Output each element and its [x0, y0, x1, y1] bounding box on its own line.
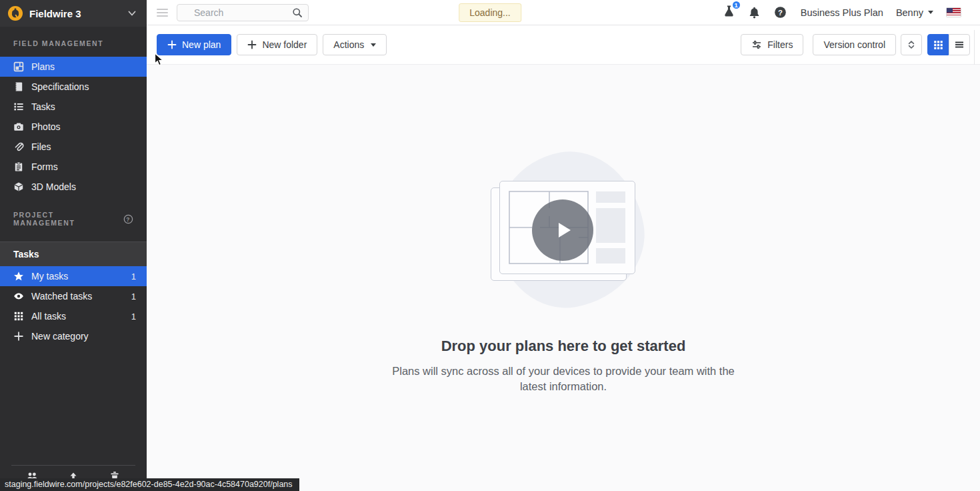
plans-empty-state: Drop your plans here to get started Plan…	[147, 65, 980, 491]
paperclip-icon	[13, 141, 24, 152]
experiments-button[interactable]: 1	[723, 5, 735, 20]
user-menu[interactable]: Benny	[896, 7, 933, 18]
sidebar-item-my-tasks[interactable]: My tasks 1	[0, 266, 147, 286]
new-plan-button[interactable]: New plan	[157, 34, 231, 55]
link-preview-statusbar: staging.fieldwire.com/projects/e82fe602-…	[0, 478, 299, 491]
main-area: Loading... 1	[147, 0, 980, 491]
sidebar-item-watched-tasks[interactable]: Watched tasks 1	[0, 286, 147, 306]
sidebar-item-label: My tasks	[31, 271, 68, 282]
sidebar-item-label: New category	[31, 331, 89, 342]
sidebar-item-photos[interactable]: Photos	[0, 117, 147, 137]
plan-badge: Business Plus Plan	[801, 7, 883, 18]
cube-icon	[13, 181, 24, 192]
menu-toggle-icon[interactable]	[157, 9, 168, 17]
fieldwire-app: Fieldwire 3 FIELD MANAGEMENT Plans	[0, 0, 980, 491]
project-name: Fieldwire 3	[29, 8, 127, 19]
plus-icon	[13, 331, 24, 342]
new-folder-button[interactable]: New folder	[237, 34, 317, 55]
sidebar-item-tasks[interactable]: Tasks	[0, 97, 147, 117]
sidebar-item-files[interactable]: Files	[0, 137, 147, 157]
help-icon[interactable]: ?	[774, 6, 787, 19]
plus-icon	[247, 40, 257, 49]
sidebar-item-3d-models[interactable]: 3D Models	[0, 177, 147, 197]
project-switcher[interactable]: Fieldwire 3	[0, 0, 147, 27]
search-icon[interactable]	[292, 7, 303, 18]
tasks-section-header: Tasks	[0, 241, 147, 266]
caret-down-icon	[928, 11, 933, 14]
empty-state-illustration	[483, 152, 643, 310]
project-management-heading: PROJECT MANAGEMENT ?	[0, 211, 147, 227]
grid-view-icon	[933, 40, 943, 50]
svg-text:?: ?	[778, 9, 783, 17]
empty-state-description: Plans will sync across all of your devic…	[389, 364, 739, 394]
sidebar-item-specifications[interactable]: Specifications	[0, 77, 147, 97]
filters-button[interactable]: Filters	[741, 34, 803, 55]
sidebar-item-label: Forms	[31, 161, 58, 172]
field-management-heading: FIELD MANAGEMENT	[0, 39, 147, 47]
actions-button[interactable]: Actions	[323, 34, 387, 55]
specifications-icon	[13, 81, 24, 92]
scrollbar-edge	[974, 30, 975, 65]
clipboard-icon	[13, 161, 24, 172]
topbar-right: 1 ? Business Plus Plan Benny	[723, 5, 980, 20]
search-input[interactable]	[177, 4, 309, 21]
sidebar-item-label: Tasks	[31, 101, 55, 112]
task-count-badge: 1	[131, 272, 136, 282]
plans-toolbar: New plan New folder Actions	[147, 25, 980, 65]
sidebar-item-label: Files	[31, 141, 51, 152]
task-count-badge: 1	[131, 312, 136, 322]
svg-text:?: ?	[126, 215, 131, 222]
sidebar-item-plans[interactable]: Plans	[0, 57, 147, 77]
language-flag-icon[interactable]	[947, 8, 961, 17]
plus-icon	[167, 40, 177, 49]
unfold-chevrons-icon	[906, 39, 917, 50]
search-box	[177, 4, 309, 21]
help-outline-icon[interactable]: ?	[123, 214, 133, 224]
sidebar-item-new-category[interactable]: New category	[0, 326, 147, 346]
sidebar-item-label: Plans	[31, 61, 55, 72]
sidebar-item-all-tasks[interactable]: All tasks 1	[0, 306, 147, 326]
sidebar-item-label: Specifications	[31, 81, 89, 92]
grid-dots-icon	[13, 311, 24, 322]
loading-toast: Loading...	[459, 3, 521, 22]
sidebar-item-label: 3D Models	[31, 181, 76, 192]
sidebar-item-label: All tasks	[31, 311, 66, 322]
sidebar-item-label: Photos	[31, 121, 61, 132]
view-toggle-group	[927, 34, 970, 55]
chevron-down-icon	[127, 8, 137, 19]
flask-icon	[723, 8, 735, 19]
caret-down-icon	[371, 43, 376, 47]
notifications-bell-icon[interactable]	[748, 6, 761, 19]
star-icon	[13, 271, 24, 282]
list-view-icon	[954, 39, 965, 50]
tasks-list-icon	[13, 101, 24, 112]
eye-icon	[13, 291, 24, 302]
user-name: Benny	[896, 7, 923, 18]
sort-order-button[interactable]	[901, 34, 922, 55]
list-view-button[interactable]	[949, 34, 970, 55]
plans-icon	[13, 61, 24, 72]
empty-state-title: Drop your plans here to get started	[441, 338, 686, 355]
sidebar-item-forms[interactable]: Forms	[0, 157, 147, 177]
grid-view-button[interactable]	[927, 34, 949, 55]
camera-icon	[13, 121, 24, 132]
topbar: Loading... 1	[147, 0, 980, 25]
play-icon	[551, 219, 574, 241]
filters-sliders-icon	[751, 39, 762, 50]
task-count-badge: 1	[131, 292, 136, 302]
toolbar-right: Filters Version control	[741, 34, 970, 55]
experiments-count-badge: 1	[731, 0, 741, 10]
version-control-button[interactable]: Version control	[813, 34, 896, 55]
sidebar-item-label: Watched tasks	[31, 291, 92, 302]
play-video-button[interactable]	[532, 199, 593, 261]
sidebar: Fieldwire 3 FIELD MANAGEMENT Plans	[0, 0, 147, 491]
fieldwire-logo-icon	[7, 5, 23, 21]
